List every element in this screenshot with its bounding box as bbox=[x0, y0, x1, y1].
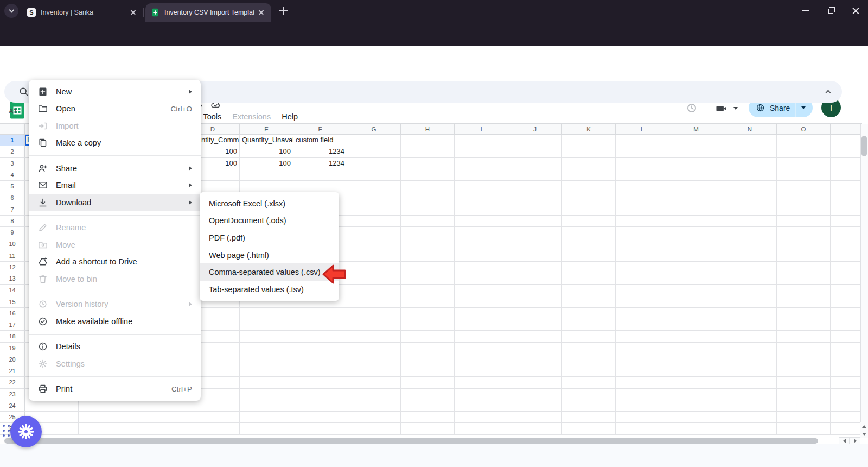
cell-g1[interactable] bbox=[347, 135, 401, 146]
file-menu-item-email[interactable]: Email bbox=[29, 177, 201, 194]
cell-e18[interactable] bbox=[240, 331, 293, 342]
cell-n25[interactable] bbox=[723, 412, 777, 423]
cell-h26[interactable] bbox=[401, 423, 455, 434]
cell-k9[interactable] bbox=[562, 227, 616, 238]
cell-n26[interactable] bbox=[723, 423, 777, 434]
cell-l5[interactable] bbox=[616, 181, 669, 192]
col-header-g[interactable]: G bbox=[347, 124, 401, 134]
cell-g18[interactable] bbox=[347, 331, 401, 342]
cell-j1[interactable] bbox=[508, 135, 562, 146]
row-header-14[interactable]: 14 bbox=[0, 285, 25, 296]
cell-h25[interactable] bbox=[401, 412, 455, 423]
cell-i13[interactable] bbox=[455, 273, 508, 285]
download-menu-item-microsoft-excel-xlsx[interactable]: Microsoft Excel (.xlsx) bbox=[200, 195, 339, 212]
cell-n10[interactable] bbox=[723, 238, 777, 250]
cell-l3[interactable] bbox=[616, 158, 669, 169]
scroll-up-button[interactable] bbox=[860, 422, 868, 430]
cell-j3[interactable] bbox=[508, 158, 562, 169]
cell-h19[interactable] bbox=[401, 343, 455, 354]
cell-f2[interactable]: 1234 bbox=[293, 146, 347, 157]
cell-i7[interactable] bbox=[455, 204, 508, 216]
cell-n16[interactable] bbox=[723, 308, 777, 319]
cell-l15[interactable] bbox=[616, 296, 669, 308]
col-header-j[interactable]: J bbox=[508, 124, 562, 134]
cell-g26[interactable] bbox=[347, 423, 401, 434]
cell-e2[interactable]: 100 bbox=[240, 146, 293, 157]
cell-j19[interactable] bbox=[508, 343, 562, 354]
cell-n21[interactable] bbox=[723, 365, 777, 377]
scroll-left-button[interactable] bbox=[839, 437, 850, 445]
cell-o9[interactable] bbox=[777, 227, 831, 238]
download-menu-item-tab-separated-values-tsv[interactable]: Tab-separated values (.tsv) bbox=[200, 281, 339, 298]
cell-m2[interactable] bbox=[669, 146, 723, 157]
cell-i14[interactable] bbox=[455, 285, 508, 296]
file-menu-item-new[interactable]: New bbox=[29, 83, 201, 100]
cell-n8[interactable] bbox=[723, 216, 777, 227]
cell-g12[interactable] bbox=[347, 262, 401, 273]
row-header-18[interactable]: 18 bbox=[0, 331, 25, 342]
cell-i19[interactable] bbox=[455, 343, 508, 354]
row-header-23[interactable]: 23 bbox=[0, 389, 25, 400]
cell-k24[interactable] bbox=[562, 400, 616, 412]
cell-o19[interactable] bbox=[777, 343, 831, 354]
cell-l14[interactable] bbox=[616, 285, 669, 296]
cell-m23[interactable] bbox=[669, 389, 723, 400]
cell-g20[interactable] bbox=[347, 354, 401, 365]
menu-extensions[interactable]: Extensions bbox=[228, 110, 275, 123]
cell-o17[interactable] bbox=[777, 319, 831, 331]
cell-k23[interactable] bbox=[562, 389, 616, 400]
cell-j17[interactable] bbox=[508, 319, 562, 331]
cell-k13[interactable] bbox=[562, 273, 616, 285]
cell-l11[interactable] bbox=[616, 250, 669, 262]
col-header-h[interactable]: H bbox=[401, 124, 455, 134]
cell-o12[interactable] bbox=[777, 262, 831, 273]
cell-l26[interactable] bbox=[616, 423, 669, 434]
row-header-10[interactable]: 10 bbox=[0, 238, 25, 250]
cell-g10[interactable] bbox=[347, 238, 401, 250]
cell-e20[interactable] bbox=[240, 354, 293, 365]
cell-l1[interactable] bbox=[616, 135, 669, 146]
cell-k14[interactable] bbox=[562, 285, 616, 296]
cell-k8[interactable] bbox=[562, 216, 616, 227]
caret-down-icon[interactable] bbox=[733, 107, 738, 110]
file-menu-item-share[interactable]: Share bbox=[29, 160, 201, 177]
cell-m8[interactable] bbox=[669, 216, 723, 227]
scroll-down-button[interactable] bbox=[860, 430, 868, 438]
cell-e26[interactable] bbox=[240, 423, 293, 434]
cell-j2[interactable] bbox=[508, 146, 562, 157]
cell-n14[interactable] bbox=[723, 285, 777, 296]
file-menu-item-rename[interactable]: Rename bbox=[29, 219, 201, 237]
cell-l20[interactable] bbox=[616, 354, 669, 365]
cell-i23[interactable] bbox=[455, 389, 508, 400]
cell-g22[interactable] bbox=[347, 377, 401, 388]
cell-l4[interactable] bbox=[616, 169, 669, 181]
file-menu-item-print[interactable]: PrintCtrl+P bbox=[29, 381, 201, 398]
cell-g17[interactable] bbox=[347, 319, 401, 331]
cell-i11[interactable] bbox=[455, 250, 508, 262]
cell-g9[interactable] bbox=[347, 227, 401, 238]
cell-o5[interactable] bbox=[777, 181, 831, 192]
cell-i6[interactable] bbox=[455, 192, 508, 204]
download-menu-item-comma-separated-values-csv[interactable]: Comma-separated values (.csv) bbox=[200, 263, 339, 281]
cell-m11[interactable] bbox=[669, 250, 723, 262]
file-menu-item-make-available-offline[interactable]: Make available offline bbox=[29, 313, 201, 330]
cell-f20[interactable] bbox=[293, 354, 347, 365]
cell-g14[interactable] bbox=[347, 285, 401, 296]
cell-l2[interactable] bbox=[616, 146, 669, 157]
cell-h21[interactable] bbox=[401, 365, 455, 377]
cell-j21[interactable] bbox=[508, 365, 562, 377]
share-caret-icon[interactable] bbox=[801, 106, 806, 109]
download-menu-item-pdf-pdf[interactable]: PDF (.pdf) bbox=[200, 229, 339, 247]
menu-tools[interactable]: Tools bbox=[199, 110, 225, 123]
cell-d26[interactable] bbox=[186, 423, 240, 434]
cell-i21[interactable] bbox=[455, 365, 508, 377]
cell-o18[interactable] bbox=[777, 331, 831, 342]
cell-n23[interactable] bbox=[723, 389, 777, 400]
cell-h24[interactable] bbox=[401, 400, 455, 412]
cell-o24[interactable] bbox=[777, 400, 831, 412]
cell-n1[interactable] bbox=[723, 135, 777, 146]
cell-e24[interactable] bbox=[240, 400, 293, 412]
file-menu-item-import[interactable]: Import bbox=[29, 117, 201, 135]
window-restore-button[interactable] bbox=[818, 0, 843, 22]
cell-o3[interactable] bbox=[777, 158, 831, 169]
